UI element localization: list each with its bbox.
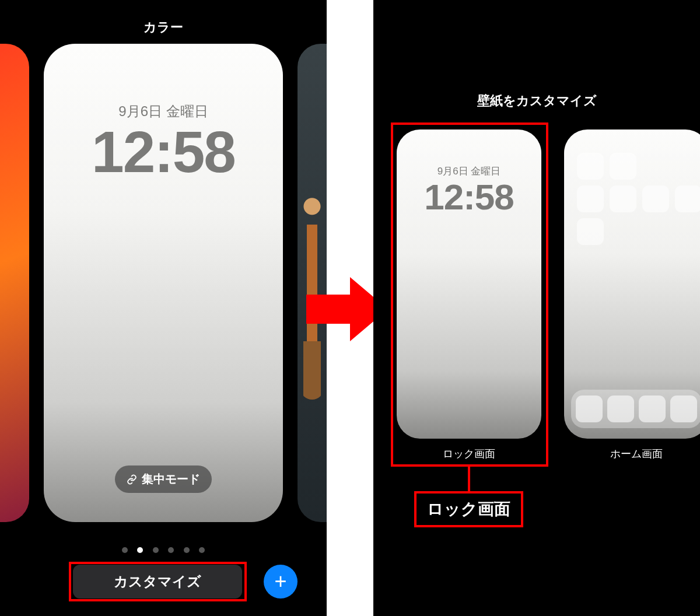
wallpaper-gallery-screen: カラー 9月6日 金曜日 12:58 集中モード カスタマイズ + bbox=[0, 0, 327, 616]
annotation-highlight-customize bbox=[69, 562, 247, 601]
page-indicator bbox=[0, 545, 327, 555]
focus-mode-button[interactable]: 集中モード bbox=[115, 466, 212, 493]
page-dot[interactable] bbox=[137, 547, 143, 553]
app-placeholder-icon bbox=[610, 186, 636, 212]
page-dot[interactable] bbox=[184, 547, 190, 553]
annotation-callout-label: ロック画面 bbox=[427, 500, 510, 518]
app-placeholder-empty bbox=[610, 218, 636, 245]
lockscreen-time: 12:58 bbox=[44, 118, 283, 186]
add-wallpaper-button[interactable]: + bbox=[264, 565, 298, 598]
annotation-highlight-lockscreen bbox=[391, 123, 548, 467]
app-placeholder-empty bbox=[642, 218, 669, 245]
app-placeholder-icon bbox=[577, 186, 604, 212]
app-placeholder-icon bbox=[577, 218, 604, 245]
app-placeholder-icon bbox=[610, 153, 636, 180]
page-dot[interactable] bbox=[199, 547, 205, 553]
dock-app-icon bbox=[670, 396, 697, 422]
page-dot[interactable] bbox=[122, 547, 128, 553]
page-dot[interactable] bbox=[168, 547, 174, 553]
app-placeholder-empty bbox=[675, 153, 700, 180]
plus-icon: + bbox=[274, 571, 286, 592]
customize-title: 壁紙をカスタマイズ bbox=[373, 92, 700, 110]
wallpaper-peek-previous[interactable] bbox=[0, 44, 29, 522]
app-placeholder-icon bbox=[642, 186, 669, 212]
app-placeholder-icon bbox=[675, 186, 700, 212]
app-placeholder-empty bbox=[675, 218, 700, 245]
home-screen-preview-card[interactable] bbox=[564, 130, 700, 439]
wallpaper-preview-card[interactable]: 9月6日 金曜日 12:58 集中モード bbox=[44, 44, 283, 522]
home-screen-label: ホーム画面 bbox=[564, 447, 700, 461]
gallery-title: カラー bbox=[0, 19, 327, 36]
home-dock bbox=[571, 390, 700, 428]
dock-app-icon bbox=[576, 396, 603, 422]
home-app-grid bbox=[577, 153, 700, 245]
app-placeholder-icon bbox=[577, 153, 604, 180]
dock-app-icon bbox=[607, 396, 634, 422]
page-dot[interactable] bbox=[153, 547, 159, 553]
link-icon bbox=[127, 474, 137, 485]
annotation-callout-lockscreen: ロック画面 bbox=[414, 491, 523, 527]
focus-mode-label: 集中モード bbox=[142, 471, 200, 487]
customize-wallpaper-screen: 壁紙をカスタマイズ 9月6日 金曜日 12:58 ロック画面 ホーム画面 bbox=[373, 0, 700, 616]
app-placeholder-empty bbox=[642, 153, 669, 180]
annotation-connector bbox=[468, 467, 470, 491]
dock-app-icon bbox=[639, 396, 666, 422]
